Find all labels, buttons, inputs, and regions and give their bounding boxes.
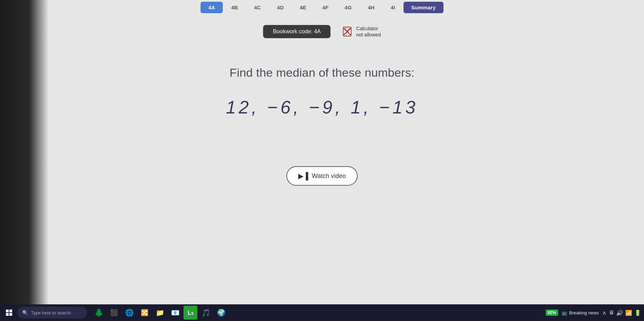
numbers-display: 12, −6, −9, 1, −13 xyxy=(70,97,574,118)
video-icon: ▶▐ xyxy=(298,172,308,180)
taskbar-edge-app[interactable]: 🌐 xyxy=(122,306,136,320)
svg-rect-12 xyxy=(6,310,9,312)
tab-4B[interactable]: 4B xyxy=(223,2,246,13)
taskbar-app8[interactable]: 🎵 xyxy=(199,306,213,320)
taskbar-right: 82% 📺 Breaking news ∧ 🖥 🔊 📶 🔋 xyxy=(546,310,641,316)
taskbar-folder-app[interactable]: 📁 xyxy=(153,306,167,320)
tab-4E[interactable]: 4E xyxy=(292,2,314,13)
info-row: Bookwork code: 4A xyxy=(0,25,644,38)
main-content: 4A 4B 4C 4D 4E 4F 4G 4H 4I Summary Bookw… xyxy=(0,0,644,307)
taskbar-apps: 🌲 ⬛ 🌐 🔀 📁 📧 L₅ 🎵 🌍 xyxy=(92,306,228,320)
windows-start-button[interactable] xyxy=(3,306,15,319)
svg-rect-13 xyxy=(9,310,12,312)
taskbar-tree-app[interactable]: 🌲 xyxy=(92,306,106,320)
question-area: Find the median of these numbers: 12, −6… xyxy=(0,66,644,118)
calculator-not-allowed-icon xyxy=(341,25,353,38)
watch-video-label: Watch video xyxy=(312,172,346,180)
svg-rect-14 xyxy=(6,313,9,316)
taskbar-app4[interactable]: 🔀 xyxy=(138,306,152,320)
tray-icon1[interactable]: 🖥 xyxy=(609,310,614,316)
tab-4F[interactable]: 4F xyxy=(315,2,336,13)
tray-power-icon[interactable]: 🔋 xyxy=(634,310,641,316)
tray-chevron-icon[interactable]: ∧ xyxy=(602,310,606,316)
question-text: Find the median of these numbers: xyxy=(70,66,574,79)
tab-4H[interactable]: 4H xyxy=(360,2,382,13)
taskbar-mail-app[interactable]: 📧 xyxy=(168,306,182,320)
tab-4G[interactable]: 4G xyxy=(337,2,360,13)
taskbar-search-label: Type here to search xyxy=(31,310,71,315)
taskbar-search-box[interactable]: 🔍 Type here to search xyxy=(17,307,87,319)
tray-speaker-icon[interactable]: 🔊 xyxy=(616,310,623,316)
breaking-news-label: Breaking news xyxy=(569,310,599,315)
watch-video-container: ▶▐ Watch video xyxy=(0,166,644,186)
taskbar-app7[interactable]: L₅ xyxy=(184,306,197,320)
taskbar: 🔍 Type here to search 🌲 ⬛ 🌐 🔀 📁 📧 L₅ 🎵 🌍… xyxy=(0,304,644,321)
tab-4D[interactable]: 4D xyxy=(269,2,292,13)
tab-4C[interactable]: 4C xyxy=(246,2,269,13)
svg-rect-2 xyxy=(344,31,346,32)
breaking-news-icon: 📺 xyxy=(562,310,567,315)
calculator-info: Calculator not allowed xyxy=(341,25,381,38)
breaking-news-item[interactable]: 📺 Breaking news xyxy=(562,310,599,315)
taskbar-app2[interactable]: ⬛ xyxy=(107,306,121,320)
tab-4A[interactable]: 4A xyxy=(201,2,223,13)
tab-bar: 4A 4B 4C 4D 4E 4F 4G 4H 4I Summary xyxy=(0,0,644,15)
taskbar-browser-app[interactable]: 🌍 xyxy=(214,306,228,320)
tab-4I[interactable]: 4I xyxy=(383,2,403,13)
bookwork-badge: Bookwork code: 4A xyxy=(263,25,331,38)
system-tray: ∧ 🖥 🔊 📶 🔋 xyxy=(602,310,641,316)
search-icon: 🔍 xyxy=(22,310,28,315)
watch-video-button[interactable]: ▶▐ Watch video xyxy=(286,166,358,186)
calculator-status-text: Calculator not allowed xyxy=(356,25,381,38)
tab-summary[interactable]: Summary xyxy=(403,2,443,13)
svg-rect-9 xyxy=(348,34,350,35)
battery-badge: 82% xyxy=(546,310,558,316)
tray-wifi-icon[interactable]: 📶 xyxy=(625,310,632,316)
svg-rect-15 xyxy=(9,313,12,316)
